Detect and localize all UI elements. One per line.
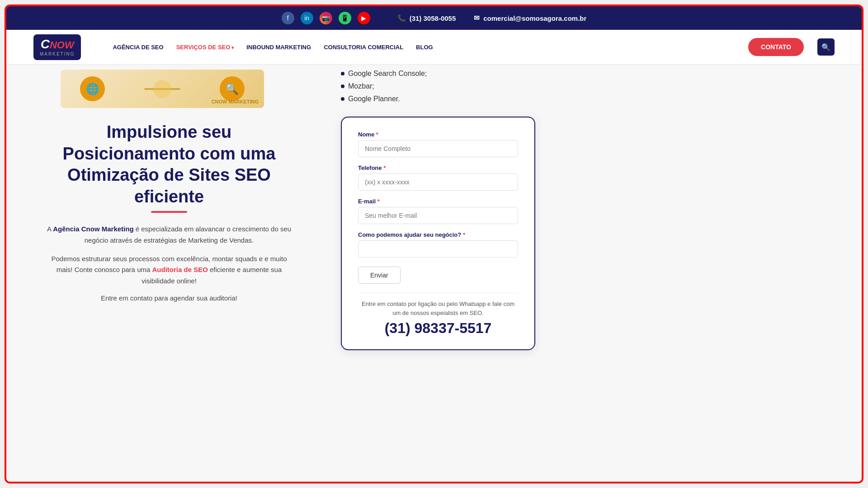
phone-icon: 📞	[397, 14, 406, 22]
phone-group: Telefone *	[358, 164, 518, 191]
para1-prefix: A	[47, 225, 53, 233]
email-label: E-mail *	[358, 198, 518, 205]
cta-text: Entre em contato para agendar sua audito…	[42, 294, 296, 302]
email-required: *	[377, 198, 380, 205]
nav-links: AGÊNCIA DE SEO SERVIÇOS DE SEO INBOUND M…	[113, 44, 735, 51]
logo-sub: MARKETING	[40, 52, 75, 56]
social-links: f in 📷 📱 ▶	[282, 12, 370, 24]
help-label: Como podemos ajudar seu negócio? *	[358, 231, 518, 238]
bullet-text-1: Google Search Console;	[348, 70, 427, 78]
email-icon: ✉	[474, 14, 480, 22]
globe-icon: 🌐	[80, 76, 105, 101]
phone-number: (31) 3058-0055	[410, 14, 456, 22]
navbar: C NOW MARKETING AGÊNCIA DE SEO SERVIÇOS …	[6, 30, 862, 65]
nav-agencia-seo[interactable]: AGÊNCIA DE SEO	[113, 44, 163, 51]
email-info: ✉ comercial@somosagora.com.br	[474, 14, 586, 22]
footer-phone: (31) 98337-5517	[358, 320, 518, 337]
phone-label: Telefone *	[358, 164, 518, 171]
name-label: Nome *	[358, 131, 518, 138]
phone-required: *	[383, 164, 386, 171]
nav-servicos-seo[interactable]: SERVIÇOS DE SEO	[176, 44, 234, 51]
top-bar: f in 📷 📱 ▶ 📞 (31) 3058-0055 ✉ comercial@…	[6, 6, 862, 30]
search-circle-icon: 🔍	[220, 76, 245, 101]
whatsapp-icon[interactable]: 📱	[339, 12, 351, 24]
bullet-list: Google Search Console; Mozbar; Google Pl…	[341, 70, 835, 108]
contact-details: 📞 (31) 3058-0055 ✉ comercial@somosagora.…	[397, 14, 587, 22]
help-group: Como podemos ajudar seu negócio? *	[358, 231, 518, 258]
phone-input[interactable]	[358, 174, 518, 191]
main-heading: Impulsione seu Posicionamento com uma Ot…	[42, 122, 296, 207]
contact-form-card: Nome * Telefone * E-mail *	[341, 117, 535, 350]
left-section: 🌐 🔍 CNOW MARKETING Impulsione seu Posici…	[6, 65, 332, 482]
contato-button[interactable]: CONTATO	[748, 38, 804, 56]
name-required: *	[376, 131, 378, 138]
nav-blog[interactable]: BLOG	[416, 44, 433, 51]
bullet-item-3: Google Planner.	[341, 95, 835, 103]
help-required: *	[463, 231, 465, 238]
email-input[interactable]	[358, 207, 518, 224]
search-button[interactable]: 🔍	[817, 38, 835, 56]
para1: A Agência Cnow Marketing é especializada…	[42, 224, 296, 246]
heading-underline	[151, 211, 187, 213]
logo-c: C	[41, 38, 50, 51]
para2-bold: Auditoria de SEO	[152, 266, 208, 273]
para1-bold: Agência Cnow Marketing	[53, 225, 133, 233]
submit-button[interactable]: Enviar	[358, 267, 401, 284]
logo[interactable]: C NOW MARKETING	[33, 34, 81, 60]
bullet-text-2: Mozbar;	[348, 82, 374, 90]
instagram-icon[interactable]: 📷	[320, 12, 332, 24]
nav-inbound-marketing[interactable]: INBOUND MARKETING	[246, 44, 311, 51]
youtube-icon[interactable]: ▶	[358, 12, 370, 24]
facebook-icon[interactable]: f	[282, 12, 294, 24]
name-group: Nome *	[358, 131, 518, 157]
bullet-item-1: Google Search Console;	[341, 70, 835, 78]
form-divider	[358, 293, 518, 293]
footer-text: Entre em contato por ligação ou pelo Wha…	[358, 300, 518, 317]
bullet-item-2: Mozbar;	[341, 82, 835, 90]
hero-image-partial: 🌐 🔍 CNOW MARKETING	[61, 70, 264, 108]
form-footer: Entre em contato por ligação ou pelo Wha…	[358, 300, 518, 337]
cnow-watermark: CNOW MARKETING	[212, 99, 259, 104]
phone-info: 📞 (31) 3058-0055	[397, 14, 456, 22]
bullet-text-3: Google Planner.	[348, 95, 400, 103]
email-group: E-mail *	[358, 198, 518, 224]
linkedin-icon[interactable]: in	[301, 12, 313, 24]
nav-consultoria[interactable]: CONSULTORIA COMERCIAL	[324, 44, 403, 51]
help-input[interactable]	[358, 240, 518, 258]
para2: Podemos estruturar seus processos com ex…	[42, 253, 296, 287]
name-input[interactable]	[358, 140, 518, 157]
logo-now: NOW	[50, 40, 74, 50]
email-address: comercial@somosagora.com.br	[483, 14, 586, 22]
main-text-content: Impulsione seu Posicionamento com uma Ot…	[6, 108, 332, 482]
